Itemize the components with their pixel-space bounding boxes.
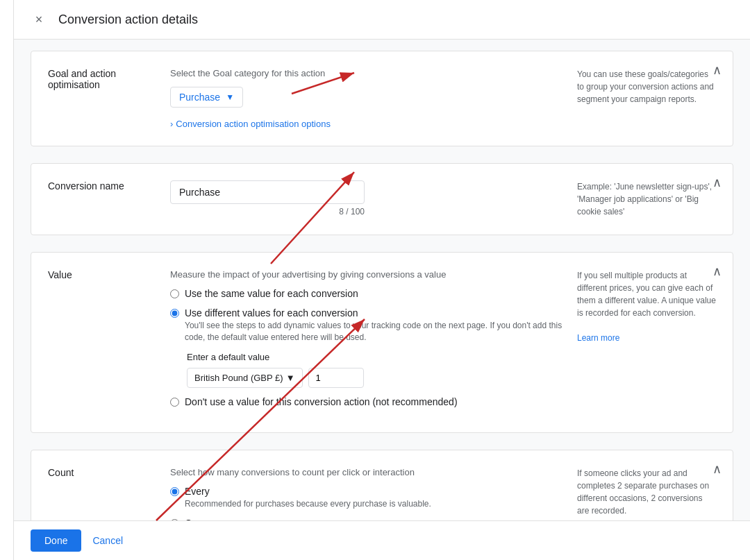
- value-description: Measure the impact of your advertising b…: [170, 269, 566, 280]
- count-description: Select how many conversions to count per…: [170, 467, 566, 477]
- conversion-name-collapse-button[interactable]: ∧: [712, 175, 722, 190]
- count-section: Count Select how many conversions to cou…: [31, 450, 733, 520]
- count-one-radio[interactable]: [170, 519, 179, 520]
- goal-collapse-button[interactable]: ∧: [712, 62, 722, 78]
- value-different-label: Use different values for each conversion: [185, 307, 566, 319]
- value-section: Value Measure the impact of your adverti…: [31, 252, 733, 433]
- count-section-content: Select how many conversions to count per…: [159, 467, 577, 520]
- value-different-radio[interactable]: [170, 309, 179, 318]
- value-collapse-button[interactable]: ∧: [712, 264, 722, 279]
- currency-value: British Pound (GBP £): [194, 373, 283, 383]
- goal-section: Goal and action optimisation Select the …: [31, 51, 733, 146]
- count-every-radio[interactable]: [170, 487, 179, 496]
- goal-section-label: Goal and action optimisation: [48, 68, 159, 129]
- amount-input[interactable]: [308, 368, 364, 388]
- done-button[interactable]: Done: [31, 529, 81, 552]
- count-helper: If someone clicks your ad and completes …: [577, 467, 716, 520]
- count-section-label: Count: [48, 467, 159, 520]
- chevron-up-icon-2: ∧: [712, 176, 722, 189]
- conversion-name-content: 8 / 100: [159, 180, 577, 218]
- goal-category-dropdown[interactable]: Purchase ▼: [170, 87, 243, 108]
- value-same-label: Use the same value for each conversion: [185, 288, 358, 299]
- dialog-title: Conversion action details: [58, 12, 198, 27]
- conversion-name-input[interactable]: [170, 180, 365, 204]
- conversion-opt-link[interactable]: › Conversion action optimisation options: [170, 119, 566, 129]
- currency-chevron-icon: ▼: [286, 373, 295, 383]
- dialog-header: × Conversion action details: [14, 0, 750, 40]
- goal-dropdown-value: Purchase: [179, 92, 220, 103]
- value-same-option: Use the same value for each conversion: [170, 288, 566, 299]
- count-collapse-button[interactable]: ∧: [712, 461, 722, 477]
- goal-section-content: Select the Goal category for this action…: [159, 68, 577, 129]
- default-value-label: Enter a default value: [187, 352, 566, 362]
- value-helper: If you sell multiple products at differe…: [577, 269, 716, 416]
- conversion-name-section: Conversion name 8 / 100 Example: 'June n…: [31, 163, 733, 235]
- count-one-label: One: [185, 518, 562, 520]
- value-no-value-option: Don't use a value for this conversion ac…: [170, 396, 566, 407]
- dialog-footer: Done Cancel: [14, 520, 750, 560]
- default-value-row: British Pound (GBP £) ▼: [187, 368, 566, 388]
- value-same-radio[interactable]: [170, 289, 179, 298]
- chevron-icon-small: ›: [170, 119, 173, 129]
- goal-helper-text: You can use these goals/categories to gr…: [577, 68, 716, 129]
- chevron-up-icon-4: ∧: [712, 462, 722, 476]
- close-icon: ×: [35, 12, 43, 27]
- count-every-option: Every Recommended for purchases because …: [170, 486, 566, 510]
- count-helper-text: If someone clicks your ad and completes …: [577, 468, 709, 516]
- chevron-up-icon: ∧: [712, 63, 722, 77]
- cancel-button[interactable]: Cancel: [92, 535, 123, 546]
- conversion-name-label: Conversion name: [48, 180, 159, 218]
- value-none-radio[interactable]: [170, 398, 179, 407]
- count-every-sublabel: Recommended for purchases because every …: [185, 498, 431, 510]
- value-helper-text: If you sell multiple products at differe…: [577, 271, 716, 318]
- value-different-option: Use different values for each conversion…: [170, 307, 566, 343]
- value-none-label: Don't use a value for this conversion ac…: [185, 396, 458, 407]
- value-section-label: Value: [48, 269, 159, 416]
- value-different-sublabel: You'll see the steps to add dynamic valu…: [185, 320, 566, 343]
- goal-select-label: Select the Goal category for this action: [170, 68, 566, 78]
- count-one-option: One Recommended for leads, sign-ups and …: [170, 518, 566, 520]
- conversion-opt-label: Conversion action optimisation options: [176, 119, 331, 129]
- chevron-down-icon: ▼: [226, 92, 234, 102]
- close-button[interactable]: ×: [31, 11, 47, 28]
- dialog-body: Goal and action optimisation Select the …: [14, 40, 750, 520]
- value-learn-more-link[interactable]: Learn more: [577, 333, 619, 343]
- chevron-up-icon-3: ∧: [712, 264, 722, 278]
- char-count: 8 / 100: [170, 207, 365, 217]
- count-every-label: Every: [185, 486, 431, 497]
- currency-select-dropdown[interactable]: British Pound (GBP £) ▼: [187, 368, 303, 388]
- conversion-name-helper: Example: 'June newsletter sign-ups', 'Ma…: [577, 180, 716, 218]
- value-section-content: Measure the impact of your advertising b…: [159, 269, 577, 416]
